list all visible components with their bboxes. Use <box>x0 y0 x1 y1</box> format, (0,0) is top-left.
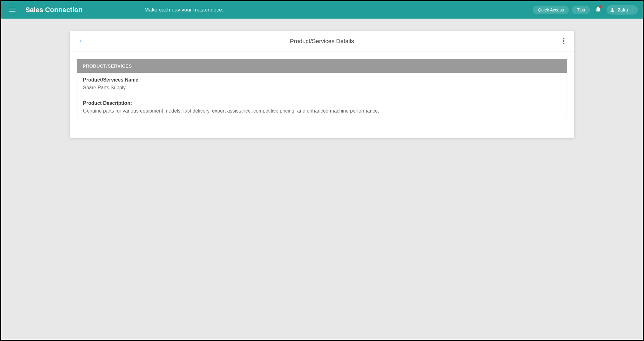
notifications-button[interactable] <box>593 4 603 16</box>
user-menu-button[interactable]: Zafra <box>607 5 638 15</box>
page-title: Product/Services Details <box>290 38 354 45</box>
hamburger-menu-button[interactable] <box>6 5 18 15</box>
kebab-dot <box>563 40 564 42</box>
tagline-text: Make each day your masterpiece. <box>145 7 224 13</box>
field-row-description: Product Description: Genuine parts for v… <box>77 96 567 119</box>
content-area: Product/Services Details PRODUCT/SERVICE… <box>1 19 643 138</box>
card-header: Product/Services Details <box>70 31 574 51</box>
field-label: Product/Services Name <box>83 77 561 83</box>
user-name-label: Zafra <box>618 7 628 12</box>
section-header: PRODUCT/SERVICES <box>77 59 567 73</box>
more-options-button[interactable] <box>560 37 567 46</box>
quick-access-button[interactable]: Quick Access <box>533 6 569 14</box>
app-title: Sales Connection <box>25 6 83 14</box>
tips-button[interactable]: Tips <box>572 6 590 14</box>
field-value: Genuine parts for various equipment mode… <box>83 107 561 115</box>
details-card: Product/Services Details PRODUCT/SERVICE… <box>70 31 574 138</box>
chevron-left-icon <box>78 38 83 43</box>
field-row-name: Product/Services Name Spare Parts Supply <box>77 73 567 96</box>
field-label: Product Description: <box>83 100 561 106</box>
field-value: Spare Parts Supply <box>83 84 561 91</box>
chevron-down-icon <box>630 8 634 12</box>
back-button[interactable] <box>77 37 84 45</box>
kebab-dot <box>563 38 564 39</box>
user-icon <box>610 7 615 13</box>
top-navigation-bar: Sales Connection Make each day your mast… <box>1 1 643 19</box>
kebab-dot <box>563 43 564 44</box>
